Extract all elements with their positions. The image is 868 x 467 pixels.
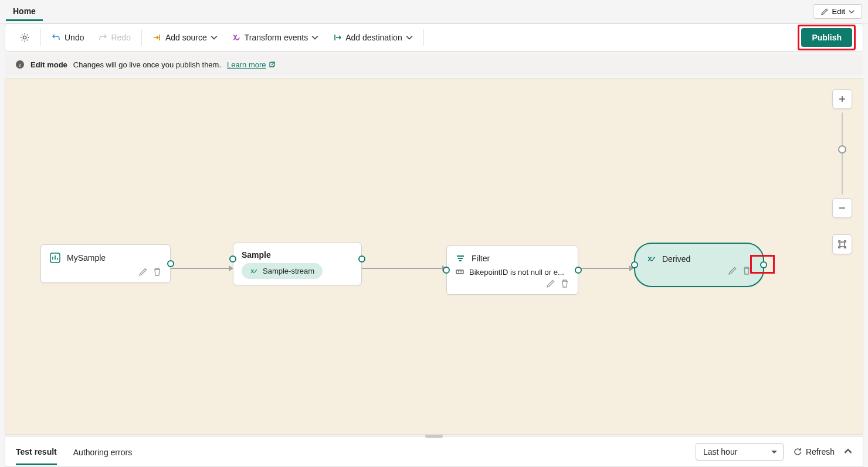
node-title: MySample	[67, 253, 106, 263]
zoom-controls	[832, 89, 852, 254]
svg-point-0	[23, 36, 26, 39]
zoom-in-button[interactable]	[832, 89, 852, 109]
chevron-down-icon	[211, 34, 218, 41]
undo-icon	[52, 33, 61, 42]
node-title: Derived	[662, 254, 690, 264]
node-mysample[interactable]: MySample	[40, 244, 171, 283]
node-sample[interactable]: Sample Sample-stream	[233, 243, 362, 285]
source-icon	[49, 252, 61, 264]
bottom-panel: Test result Authoring errors Last hour R…	[5, 437, 863, 467]
node-title: Filter	[472, 254, 490, 263]
transform-label: Transform events	[245, 33, 308, 42]
node-filter[interactable]: Filter BikepointID is not null or e...	[446, 246, 578, 295]
learn-more-label: Learn more	[227, 60, 266, 69]
zoom-thumb[interactable]	[838, 145, 846, 154]
connector	[171, 268, 233, 269]
info-icon: i	[15, 60, 25, 69]
node-title: Sample	[242, 250, 271, 260]
fit-icon	[838, 240, 847, 249]
add-destination-icon	[333, 33, 342, 42]
output-port-highlight	[750, 255, 775, 274]
learn-more-link[interactable]: Learn more	[227, 60, 275, 69]
separator	[40, 29, 41, 46]
filter-condition: BikepointID is not null or e...	[469, 268, 564, 277]
stream-icon	[250, 267, 258, 275]
stream-icon	[647, 254, 656, 264]
edit-mode-label: Edit mode	[30, 60, 67, 69]
separator	[141, 29, 142, 46]
toolbar: Undo Redo Add source Transform events Ad…	[5, 23, 863, 52]
header-bar: Home Edit	[0, 0, 868, 23]
node-port-out[interactable]	[358, 255, 365, 263]
node-derived[interactable]: Derived	[634, 243, 764, 287]
flow-canvas[interactable]: MySample Sample Sample-stream Filter Bik…	[5, 78, 863, 435]
undo-label: Undo	[65, 33, 84, 42]
zoom-fit-button[interactable]	[832, 234, 852, 254]
zoom-out-button[interactable]	[832, 198, 852, 218]
chevron-down-icon	[849, 9, 855, 15]
node-port-in[interactable]	[631, 261, 638, 268]
node-port-in[interactable]	[229, 255, 236, 263]
add-source-button[interactable]: Add source	[145, 29, 225, 46]
node-port-in[interactable]	[443, 267, 450, 274]
add-destination-label: Add destination	[345, 33, 402, 42]
refresh-icon	[793, 447, 802, 456]
time-range-value: Last hour	[703, 447, 737, 456]
connector	[578, 268, 633, 269]
edit-label: Edit	[832, 7, 845, 16]
stream-pill[interactable]: Sample-stream	[242, 263, 323, 279]
pencil-icon[interactable]	[546, 279, 555, 288]
time-range-select[interactable]: Last hour	[696, 443, 784, 461]
panel-drag-handle[interactable]	[425, 435, 443, 438]
transform-events-button[interactable]: Transform events	[225, 29, 326, 46]
tab-home[interactable]: Home	[6, 2, 43, 21]
node-port-out[interactable]	[575, 267, 582, 274]
settings-button[interactable]	[12, 29, 37, 46]
condition-icon	[455, 267, 464, 277]
svg-rect-5	[840, 242, 845, 247]
add-destination-button[interactable]: Add destination	[326, 29, 420, 46]
minus-icon	[838, 204, 846, 212]
chevron-down-icon	[311, 34, 318, 41]
refresh-button[interactable]: Refresh	[793, 447, 835, 456]
pencil-icon	[820, 8, 829, 16]
publish-highlight-box: Publish	[798, 25, 856, 50]
node-port-out[interactable]	[167, 260, 174, 267]
zoom-slider[interactable]	[842, 113, 843, 195]
edit-dropdown-button[interactable]: Edit	[813, 4, 862, 19]
chevron-up-icon	[844, 447, 852, 455]
filter-icon	[455, 253, 466, 264]
redo-label: Redo	[111, 33, 130, 42]
connector	[362, 268, 446, 269]
redo-icon	[98, 33, 107, 42]
svg-rect-4	[456, 270, 463, 274]
info-bar: i Edit mode Changes will go live once yo…	[5, 54, 863, 75]
refresh-label: Refresh	[806, 447, 835, 456]
separator	[423, 29, 424, 46]
external-link-icon	[269, 61, 276, 68]
pencil-icon[interactable]	[728, 266, 737, 275]
transform-icon	[232, 33, 241, 42]
publish-button[interactable]: Publish	[801, 28, 852, 47]
gear-icon	[19, 32, 30, 43]
tab-test-result[interactable]: Test result	[16, 439, 57, 465]
undo-button[interactable]: Undo	[45, 29, 91, 46]
expand-panel-button[interactable]	[844, 447, 852, 457]
add-source-label: Add source	[165, 33, 207, 42]
stream-label: Sample-stream	[263, 267, 314, 275]
trash-icon[interactable]	[152, 267, 162, 277]
redo-button[interactable]: Redo	[91, 29, 137, 46]
svg-text:i: i	[19, 61, 21, 68]
tab-authoring-errors[interactable]: Authoring errors	[73, 439, 132, 464]
trash-icon[interactable]	[560, 279, 569, 288]
pencil-icon[interactable]	[138, 267, 148, 277]
info-message: Changes will go live once you publish th…	[73, 60, 221, 69]
chevron-down-icon	[406, 34, 413, 41]
plus-icon	[838, 95, 846, 103]
add-source-icon	[152, 33, 162, 42]
